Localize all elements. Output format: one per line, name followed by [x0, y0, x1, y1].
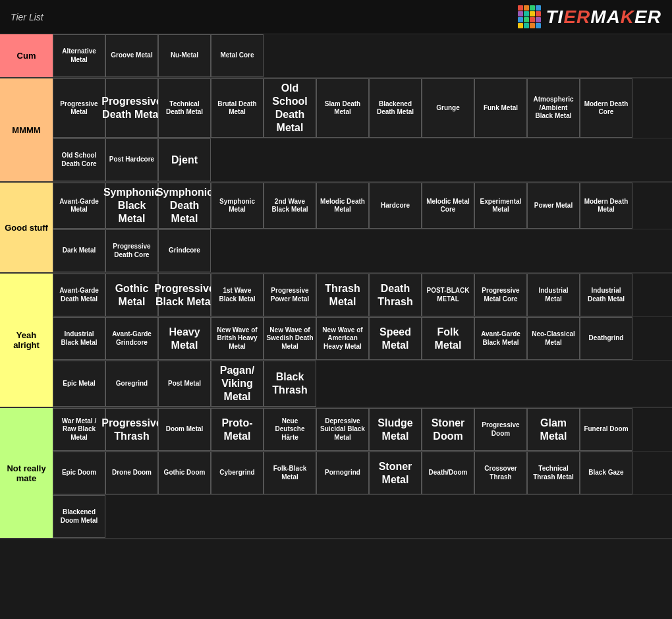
genre-prog-black: Progressive Black Metal	[158, 274, 211, 316]
genre-drone-doom: Drone Doom	[105, 452, 158, 494]
genre-cybergrind: Cybergrind	[211, 452, 264, 494]
logo: TiERMAkER	[518, 5, 661, 28]
genre-oldschool-death: Old School Death Metal	[264, 78, 316, 138]
genre-modern-death-metal: Modern Death Metal	[580, 183, 632, 229]
site-title: Tier List	[11, 12, 43, 22]
genre-black-gaze: Black Gaze	[580, 452, 632, 494]
tier-a-row-1: Progressive Metal Progressive Death Meta…	[53, 78, 672, 138]
genre-modern-deathcore: Modern Death Core	[580, 78, 632, 138]
tier-c-row-1: Avant-Garde Death Metal Gothic Metal Pro…	[53, 274, 672, 316]
genre-prog-metalcore: Progressive Metal Core	[474, 274, 527, 316]
genre-symphonic-death: Symphonic Death Metal	[158, 183, 211, 229]
tier-a-label: MMMM	[0, 78, 53, 181]
genre-prog-deathcore: Progressive Death Core	[105, 229, 158, 272]
genre-grunge: Grunge	[422, 78, 474, 138]
genre-melodic-metalcore: Melodic Metal Core	[422, 183, 474, 229]
genre-industrial-metal: Industrial Metal	[527, 274, 580, 316]
genre-djent: Djent	[158, 138, 211, 181]
genre-epic-doom: Epic Doom	[53, 452, 105, 494]
genre-prog-death-metal: Progressive Death Metal	[105, 78, 158, 138]
genre-melodic-death: Melodic Death Metal	[316, 183, 369, 229]
tier-d-label: Not really mate	[0, 408, 53, 538]
genre-folk-metal: Folk Metal	[422, 317, 474, 360]
genre-hardcore: Hardcore	[369, 183, 422, 229]
genre-sludge-metal: Sludge Metal	[369, 408, 422, 451]
genre-epic-metal: Epic Metal	[53, 361, 105, 407]
genre-funk-metal: Funk Metal	[474, 78, 527, 138]
genre-nwobhm: New Wave of Britsh Heavy Metal	[211, 317, 264, 360]
genre-tech-thrash: Technical Thrash Metal	[527, 452, 580, 494]
tier-s-label: Cum	[0, 34, 53, 77]
genre-industrial-death: Industrial Death Metal	[580, 274, 632, 316]
tier-table: Cum Alternative Metal Groove Metal Nu-Me…	[0, 34, 672, 539]
tier-s-rows: Alternative Metal Groove Metal Nu-Metal …	[53, 34, 672, 77]
genre-swedish-death-new: New Wave of Swedish Death Metal	[264, 317, 316, 360]
tier-a-row-2: Old School Death Core Post Hardcore Djen…	[53, 138, 672, 181]
genre-avantgarde-death: Avant-Garde Death Metal	[53, 274, 105, 316]
genre-avantgarde-black: Avant-Garde Black Metal	[474, 317, 527, 360]
genre-prog-thrash: Progressive Thrash	[105, 408, 158, 451]
tier-a-section: MMMM Progressive Metal Progressive Death…	[0, 78, 672, 183]
genre-stoner-metal: Stoner Metal	[369, 452, 422, 494]
genre-prog-metal: Progressive Metal	[53, 78, 105, 138]
genre-heavy-metal: Heavy Metal	[158, 317, 211, 360]
tier-b-row-1: Avant-Garde Metal Symphonic Black Metal …	[53, 183, 672, 229]
genre-industrial-black: Industrial Black Metal	[53, 317, 105, 360]
tier-c-rows: Avant-Garde Death Metal Gothic Metal Pro…	[53, 274, 672, 407]
logo-text: TiERMAkER	[546, 7, 661, 28]
genre-goregrind: Goregrind	[105, 361, 158, 407]
genre-tech-death: Technical Death Metal	[158, 78, 211, 138]
genre-blackened-death: Blackened Death Metal	[369, 78, 422, 138]
genre-prog-power: Progressive Power Metal	[264, 274, 316, 316]
genre-death-doom: Death/Doom	[422, 452, 474, 494]
tier-s-header-row: Alternative Metal Groove Metal Nu-Metal …	[53, 34, 672, 77]
genre-speed-metal: Speed Metal	[369, 317, 422, 360]
tier-c-row-3: Epic Metal Goregrind Post Metal Pagan/ V…	[53, 360, 672, 407]
genre-1st-wave-black: 1st Wave Black Metal	[211, 274, 264, 316]
genre-neoclassical-metal: Neo-Classical Metal	[527, 317, 580, 360]
genre-war-metal: War Metal / Raw Black Metal	[53, 408, 105, 451]
genre-prog-doom: Progressive Doom	[474, 408, 527, 451]
genre-blackened-doom: Blackened Doom Metal	[53, 495, 105, 538]
tier-d-section: Not really mate War Metal / Raw Black Me…	[0, 408, 672, 539]
genre-dark-metal: Dark Metal	[53, 229, 105, 272]
genre-depressive-suicidal: Depressive Suicidal Black Metal	[316, 408, 369, 451]
genre-thrash-metal: Thrash Metal	[316, 274, 369, 316]
genre-slam-death: Slam Death Metal	[316, 78, 369, 138]
genre-proto-metal: Proto-Metal	[211, 408, 264, 451]
genre-death-thrash: Death Thrash	[369, 274, 422, 316]
genre-symphonic-black: Symphonic Black Metal	[105, 183, 158, 229]
genre-post-metal: Post Metal	[158, 361, 211, 407]
genre-gothic-metal: Gothic Metal	[105, 274, 158, 316]
genre-2nd-wave-black: 2nd Wave Black Metal	[264, 183, 316, 229]
genre-os-deathcore: Old School Death Core	[53, 138, 105, 181]
genre-nu-metal: Nu-Metal	[158, 34, 211, 77]
genre-power-metal: Power Metal	[527, 183, 580, 229]
genre-doom-metal: Doom Metal	[158, 408, 211, 451]
genre-folk-black: Folk-Black Metal	[264, 452, 316, 494]
genre-glam-metal: Glam Metal	[527, 408, 580, 451]
genre-avantgarde-grind: Avant-Garde Grindcore	[105, 317, 158, 360]
genre-american-heavy: New Wave of American Heavy Metal	[316, 317, 369, 360]
genre-avantgarde-metal: Avant-Garde Metal	[53, 183, 105, 229]
genre-post-hardcore: Post Hardcore	[105, 138, 158, 181]
tier-d-rows: War Metal / Raw Black Metal Progressive …	[53, 408, 672, 538]
genre-pagan-viking: Pagan/ Viking Metal	[211, 361, 264, 407]
tier-d-row-3: Blackened Doom Metal	[53, 494, 672, 538]
genre-groove-metal: Groove Metal	[105, 34, 158, 77]
tier-s-section: Cum Alternative Metal Groove Metal Nu-Me…	[0, 34, 672, 78]
genre-stoner-doom: Stoner Doom	[422, 408, 474, 451]
genre-metalcore: Metal Core	[211, 34, 264, 77]
genre-black-thrash: Black Thrash	[264, 361, 316, 407]
tier-c-section: Yeah alright Avant-Garde Death Metal Got…	[0, 274, 672, 408]
genre-alternative-metal: Alternative Metal	[53, 34, 105, 77]
header: Tier List TiERMAkER	[0, 0, 672, 34]
genre-neue-deutsche: Neue Deutsche Härte	[264, 408, 316, 451]
tier-c-label: Yeah alright	[0, 274, 53, 407]
genre-symphonic-metal: Symphonic Metal	[211, 183, 264, 229]
genre-experimental-metal: Experimental Metal	[474, 183, 527, 229]
genre-brutal-death: Brutal Death Metal	[211, 78, 264, 138]
logo-grid	[518, 5, 541, 28]
tier-b-row-2: Dark Metal Progressive Death Core Grindc…	[53, 229, 672, 272]
genre-deathgrind: Deathgrind	[580, 317, 632, 360]
